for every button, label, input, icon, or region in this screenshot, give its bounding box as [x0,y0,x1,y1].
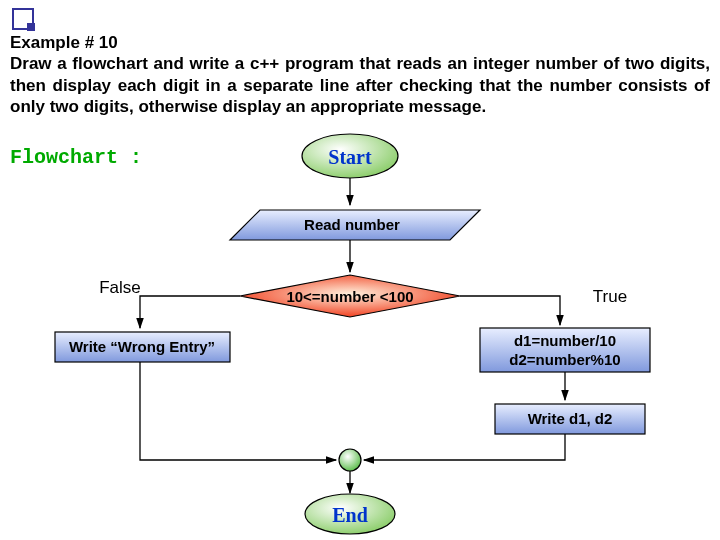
calc-line1: d1=number/10 [514,332,616,349]
arrow-false [140,296,240,328]
end-text: End [332,504,368,526]
wrong-entry-text: Write “Wrong Entry” [69,338,215,355]
false-label: False [99,278,141,297]
arrow-wrong-connector [140,362,336,460]
start-text: Start [328,146,372,168]
calc-line2: d2=number%10 [509,351,620,368]
arrow-true [460,296,560,325]
true-label: True [593,287,627,306]
write-d-text: Write d1, d2 [528,410,613,427]
decision-text: 10<=number <100 [286,288,413,305]
arrow-writed-connector [364,434,565,460]
flowchart-diagram: Start Read number 10<=number <100 False … [0,0,720,540]
connector-node [339,449,361,471]
read-text: Read number [304,216,400,233]
